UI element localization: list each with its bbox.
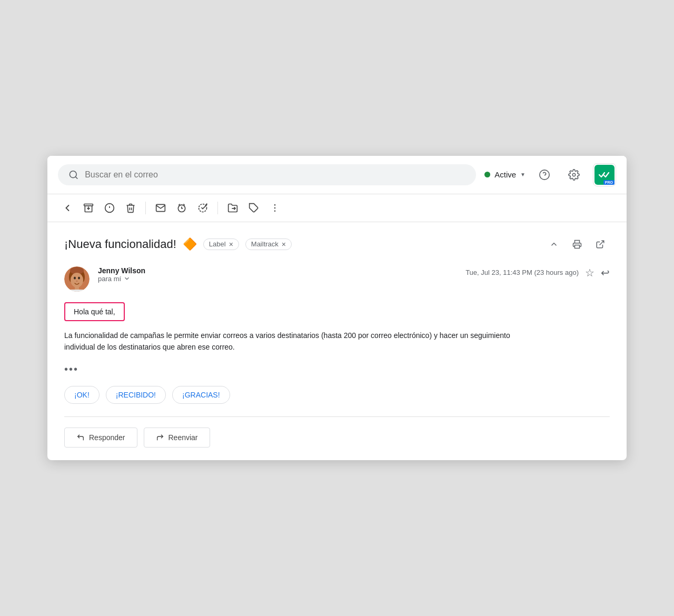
search-input[interactable] — [85, 170, 465, 180]
svg-line-22 — [600, 241, 604, 245]
sender-row: Jenny Wilson para mí Tue, Jul 23, 11:43 … — [64, 266, 610, 292]
chevron-down-icon: ▼ — [520, 172, 526, 177]
svg-point-29 — [74, 276, 76, 279]
expand-button[interactable] — [544, 235, 563, 254]
mailtrack-logo[interactable]: PRO — [593, 163, 616, 186]
active-status[interactable]: Active ▼ — [484, 170, 526, 179]
svg-point-4 — [572, 173, 576, 176]
quick-reply-gracias[interactable]: ¡GRACIAS! — [172, 386, 230, 404]
header: Active ▼ PRO — [47, 156, 627, 194]
svg-point-20 — [274, 210, 276, 212]
ellipsis[interactable]: ••• — [64, 363, 610, 375]
newwindow-button[interactable] — [591, 235, 610, 254]
svg-point-31 — [76, 281, 78, 282]
action-buttons: Responder Reenviar — [64, 428, 610, 448]
search-bar[interactable] — [58, 164, 476, 185]
delete-button[interactable] — [121, 198, 140, 217]
svg-point-30 — [78, 276, 80, 279]
toolbar-divider-2 — [217, 202, 218, 214]
spam-button[interactable] — [100, 198, 119, 217]
header-right: Active ▼ PRO — [484, 163, 616, 186]
subject-arrow-icon: 🔶 — [183, 237, 197, 251]
divider — [64, 416, 610, 417]
sender-meta: Jenny Wilson para mí — [98, 266, 457, 283]
reply-icon[interactable]: ↩ — [601, 266, 610, 279]
subject-actions — [544, 235, 610, 254]
toolbar — [47, 194, 627, 222]
quick-reply-ok[interactable]: ¡OK! — [64, 386, 100, 404]
forward-button[interactable]: Reenviar — [144, 428, 210, 448]
move-button[interactable] — [223, 198, 242, 217]
label-button[interactable] — [244, 198, 263, 217]
pro-badge: PRO — [603, 180, 614, 185]
svg-point-2 — [540, 170, 549, 179]
mail-button[interactable] — [151, 198, 170, 217]
label-tag-label[interactable]: Label × — [203, 239, 239, 250]
email-subject-row: ¡Nueva funcionalidad! 🔶 Label × Mailtrac… — [64, 235, 610, 254]
archive-button[interactable] — [79, 198, 98, 217]
search-icon — [68, 170, 78, 180]
quick-reply-recibido[interactable]: ¡RECIBIDO! — [106, 386, 166, 404]
svg-rect-33 — [68, 290, 85, 292]
print-button[interactable] — [568, 235, 587, 254]
label-close-icon[interactable]: × — [229, 240, 233, 249]
help-button[interactable] — [534, 164, 555, 185]
mailtrack-close-icon[interactable]: × — [282, 240, 286, 249]
label-tag-mailtrack[interactable]: Mailtrack × — [245, 239, 292, 250]
active-label: Active — [494, 170, 516, 179]
avatar — [64, 266, 90, 292]
quick-replies: ¡OK! ¡RECIBIDO! ¡GRACIAS! — [64, 386, 610, 404]
svg-point-14 — [199, 204, 207, 212]
greeting-text: Hola qué tal, — [74, 307, 115, 316]
snooze-button[interactable] — [172, 198, 191, 217]
svg-line-1 — [75, 176, 77, 178]
svg-rect-21 — [575, 245, 580, 248]
email-paragraph: La funcionalidad de campañas le permite … — [64, 330, 538, 353]
svg-rect-5 — [84, 204, 93, 205]
email-body: ¡Nueva funcionalidad! 🔶 Label × Mailtrac… — [47, 222, 627, 461]
task-button[interactable] — [193, 198, 212, 217]
svg-point-19 — [274, 207, 276, 208]
star-icon[interactable]: ☆ — [585, 266, 594, 279]
svg-point-28 — [71, 273, 83, 287]
more-button[interactable] — [265, 198, 284, 217]
active-dot — [484, 172, 490, 177]
svg-point-18 — [274, 204, 276, 206]
timestamp: Tue, Jul 23, 11:43 PM (23 hours ago) — [465, 269, 579, 276]
sender-to[interactable]: para mí — [98, 275, 457, 283]
settings-button[interactable] — [563, 164, 584, 185]
email-window: Active ▼ PRO — [47, 156, 627, 461]
reply-button[interactable]: Responder — [64, 428, 137, 448]
back-button[interactable] — [58, 198, 77, 217]
email-subject: ¡Nueva funcionalidad! — [64, 237, 176, 251]
sender-name[interactable]: Jenny Wilson — [98, 266, 457, 275]
sender-time: Tue, Jul 23, 11:43 PM (23 hours ago) ☆ ↩ — [465, 266, 610, 279]
greeting-box: Hola qué tal, — [64, 302, 125, 321]
toolbar-divider-1 — [145, 202, 146, 214]
